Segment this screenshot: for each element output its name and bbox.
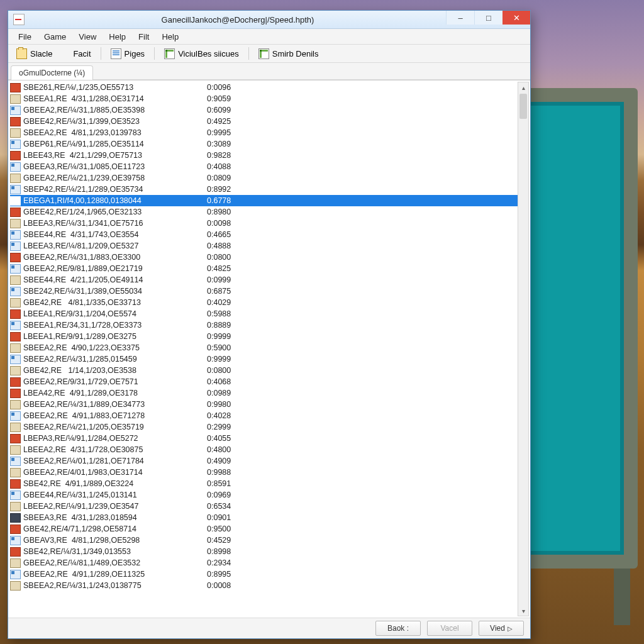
scroll-down-arrow-icon[interactable]: ▾ [518, 606, 528, 616]
list-item[interactable]: GBEEA2,RE 4/91,1/289,OE113250:8995 [10, 569, 518, 580]
list-item[interactable]: LBEE43,RE 4/21,1/299,OE757130:9828 [10, 150, 518, 161]
list-item[interactable]: LBEEA3,RE/¼/31,1/341,OE757160:0098 [10, 218, 518, 229]
list-item[interactable]: GBEEA2,RE/4/01,1/983,OE317140:9988 [10, 467, 518, 478]
list-item[interactable]: SBEEA2,RE/¼/31,1/243,01387750:0008 [10, 580, 518, 591]
file-icon [10, 332, 21, 341]
file-icon [10, 208, 21, 217]
toolbar-separator [154, 47, 155, 60]
list-col-name: SBEE44,RE 4/31,1/743,OE3554 [23, 230, 207, 239]
toolbar-facit[interactable]: Facit [60, 47, 96, 60]
file-icon [10, 513, 21, 523]
menu-help-3[interactable]: Help [103, 30, 132, 43]
menu-file-0[interactable]: File [12, 30, 38, 43]
list-item[interactable]: SBEE44,RE 4/21,1/205,OE491140:0999 [10, 274, 518, 286]
menu-view-2[interactable]: View [72, 30, 103, 43]
file-icon [10, 581, 21, 591]
list-item[interactable]: SBEE44,RE 4/31,1/743,OE35540:4665 [10, 229, 518, 240]
menu-help-5[interactable]: Help [155, 30, 185, 43]
close-icon: ✕ [513, 14, 520, 22]
list-item[interactable]: LBEEA1,RE/9/91,1/289,OE32750:9999 [10, 331, 518, 342]
list-item[interactable]: EBEGA1,RI/f4,00,12880,01380440.6778 [10, 195, 518, 206]
list-item[interactable]: LBEEA1,RE/9/31,1/204,OE55740:5988 [10, 308, 518, 319]
list-item[interactable]: SBEEA2,RE 4/90,1/223,OE33750:5900 [10, 342, 518, 353]
vertical-scrollbar[interactable]: ▴ ▾ [518, 82, 529, 616]
file-list[interactable]: SBE261,RE/¼/,1/235,OE557130:0096SBEEA1,R… [10, 82, 518, 616]
list-col-value: 0:9999 [207, 332, 257, 341]
minimize-button[interactable]: – [446, 11, 474, 25]
list-item[interactable]: GBEP61,RE/¼/91,1/285,OE351140:3089 [10, 138, 518, 150]
list-item[interactable]: GBEEA2,RE/¼/31,1/883,OE33000:0800 [10, 252, 518, 263]
list-col-name: GBEEA2,RE/¼/31,1/885,OE35398 [23, 106, 207, 114]
list-item[interactable]: GBE42,RE 4/81,1/335,OE337130:4029 [10, 297, 518, 308]
list-item[interactable]: SBE42,RE/¼/31,1/349,0135530:8998 [10, 546, 518, 557]
list-col-value: 0:2934 [207, 558, 257, 567]
file-icon [10, 389, 21, 398]
next-button[interactable]: Vied ▷ [479, 621, 524, 636]
list-area: SBE261,RE/¼/,1/235,OE557130:0096SBEEA1,R… [8, 80, 530, 618]
list-item[interactable]: SBEP42,RE/¼/21,1/289,OE357340:8992 [10, 184, 518, 195]
list-col-name: LBEEA1,RE/9/91,1/289,OE3275 [23, 332, 207, 341]
list-item[interactable]: LBEEA3,RE/¼/81,1/209,OE53270:4888 [10, 240, 518, 252]
list-item[interactable]: GBEEA2,RE/¼/31,1/885,OE353980:6099 [10, 104, 518, 116]
menu-game-1[interactable]: Game [38, 30, 72, 43]
list-col-value: 0:5900 [207, 343, 257, 352]
list-col-name: GBEE42,RE/¼/31,1/399,OE3523 [23, 117, 207, 126]
scroll-thumb[interactable] [519, 94, 527, 119]
list-col-value: 0:2999 [207, 423, 257, 431]
grid-icon [164, 48, 175, 59]
list-item[interactable]: GBEE42,RE/¼/31,1/399,OE35230:4925 [10, 116, 518, 127]
list-item[interactable]: LBEEA2,RE 4/31,1/728,OE308750:4800 [10, 444, 518, 455]
toolbar-viciulbes-siicues[interactable]: ViciulBes siicues [158, 47, 245, 61]
menu-filt-4[interactable]: Filt [132, 30, 155, 43]
list-item[interactable]: GBEAV3,RE 4/81,1/298,OE52980:4529 [10, 535, 518, 546]
list-item[interactable]: SBEEA2,RE/¼/21,1/205,OE357190:2999 [10, 421, 518, 433]
close-button[interactable]: ✕ [502, 11, 530, 25]
list-col-name: GBEEA3,RE/¼/31,1/085,OE11723 [23, 162, 207, 171]
list-col-value: 0:9500 [207, 525, 257, 533]
maximize-button[interactable]: □ [474, 11, 502, 25]
toolbar-piges[interactable]: Piges [105, 47, 151, 61]
list-item[interactable]: LBEEA2,RE/¼/91,1/239,OE35470:6534 [10, 501, 518, 512]
tab-document[interactable]: oGmulDocterne (¼) [11, 65, 93, 80]
list-col-value: 0:0096 [207, 83, 257, 92]
list-item[interactable]: GBEEA2,RE/¼/81,1/489,OE35320:2934 [10, 557, 518, 569]
list-col-value: 0:4825 [207, 264, 257, 273]
toolbar-label: Slacle [30, 49, 52, 58]
list-item[interactable]: SBEEA2,RE/¼/31,1/285,0154590:9999 [10, 353, 518, 365]
list-item[interactable]: SBEEA1,RE/34,31,1/728,OE33730:8889 [10, 319, 518, 331]
list-item[interactable]: LBEA42,RE 4/91,1/289,OE31780:0989 [10, 387, 518, 399]
list-item[interactable]: SBEEA1,RE 4/31,1/288,OE317140:9059 [10, 93, 518, 104]
list-item[interactable]: SBEEA3,RE 4/31,1/283,0185940:0901 [10, 512, 518, 523]
list-item[interactable]: SBEEA2,RE/¼/01,1/281,OE717840:4909 [10, 455, 518, 467]
list-item[interactable]: GBEEA2,RE/9/81,1/889,OE217190:4825 [10, 263, 518, 274]
file-icon [10, 445, 21, 455]
toolbar-slacle[interactable]: Slacle [11, 47, 58, 61]
list-col-value: 0:0800 [207, 253, 257, 262]
list-col-name: LBEE43,RE 4/21,1/299,OE75713 [23, 151, 207, 160]
titlebar[interactable]: GanecillJankoch@eDocherg|/Speed.hpth) – … [8, 11, 530, 29]
list-col-value: 0:4800 [207, 445, 257, 454]
list-col-name: GBEEA2,RE/¼/21,1/239,OE39758 [23, 174, 207, 182]
list-item[interactable]: SBE261,RE/¼/,1/235,OE557130:0096 [10, 82, 518, 93]
toolbar-label: Facit [73, 49, 91, 58]
file-icon [10, 275, 21, 285]
list-item[interactable]: GBEEA2,RE/¼/31,1/889,OE347730:9980 [10, 399, 518, 410]
cancel-button[interactable]: Vacel [427, 621, 472, 636]
list-item[interactable]: SBE242,RE/¼/31,1/389,OE550340:6875 [10, 286, 518, 297]
list-item[interactable]: GBEEA2,RE/¼/21,1/239,OE397580:0809 [10, 172, 518, 184]
list-item[interactable]: SBE42,RE 4/91,1/889,OE32240:8591 [10, 478, 518, 489]
list-item[interactable]: GBE42,RE/4/71,1/298,OE587140:9500 [10, 523, 518, 535]
scroll-up-arrow-icon[interactable]: ▴ [518, 82, 528, 92]
list-item[interactable]: GBEEA2,RE/9/31,1/729,OE75710:4068 [10, 376, 518, 387]
list-item[interactable]: GBEE42,RE/1/24,1/965,OE321330:8980 [10, 206, 518, 218]
back-button[interactable]: Baok : [375, 621, 421, 636]
list-item[interactable]: LBEPA3,RE/¼/91,1/284,OE52720:4055 [10, 433, 518, 444]
list-item[interactable]: GBEE44,RE/¼/31,1/245,0131410:0969 [10, 489, 518, 501]
toolbar-smirb-denils[interactable]: Smirb Denils [253, 47, 325, 61]
list-item[interactable]: GBE42,RE 1/14,1/203,OE35380:0800 [10, 365, 518, 376]
list-item[interactable]: GBEEA2,RE 4/91,1/883,OE712780:4028 [10, 410, 518, 421]
list-item[interactable]: SBEEA2,RE 4/81,1/293,01397830:9995 [10, 127, 518, 138]
list-item[interactable]: GBEEA3,RE/¼/31,1/085,OE117230:4088 [10, 161, 518, 172]
list-col-value: 0:0989 [207, 389, 257, 397]
list-col-name: SBE242,RE/¼/31,1/389,OE55034 [23, 287, 207, 296]
